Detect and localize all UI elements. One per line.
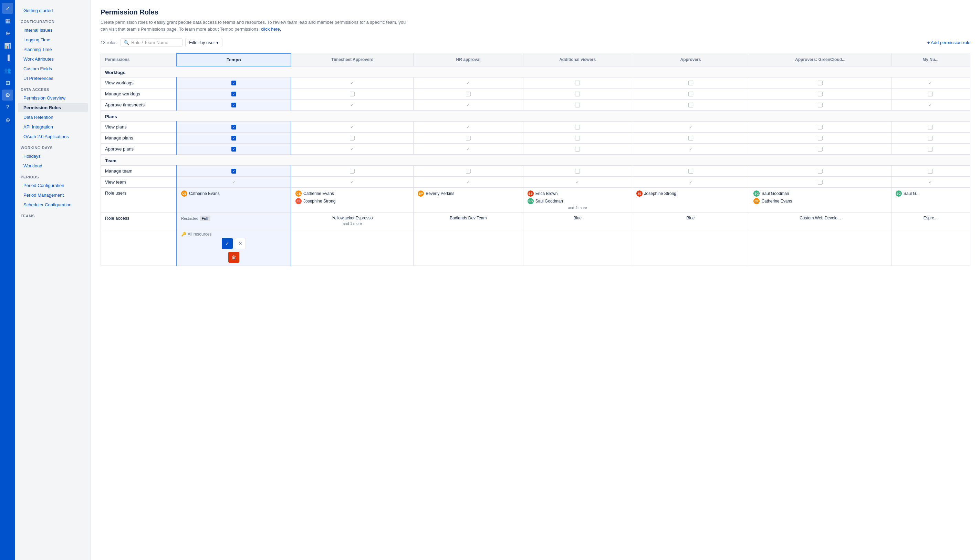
bar-chart-icon[interactable]: ▐: [2, 52, 13, 63]
tempo-view-team[interactable]: ✓: [176, 177, 291, 188]
col-timesheet-approvers[interactable]: Timesheet Approvers: [291, 53, 414, 66]
apps-icon[interactable]: ⊕: [2, 114, 13, 125]
tempo-manage-worklogs[interactable]: ✓: [176, 88, 291, 100]
col-hr-approval[interactable]: HR approval: [414, 53, 523, 66]
list-item: Espre...: [896, 216, 965, 220]
ap-manage-worklogs: [632, 88, 749, 100]
role-access-row: Role access Restricted Full Yellowjacket…: [101, 213, 970, 229]
col-tempo[interactable]: Tempo: [176, 53, 291, 66]
checkbox-checked-icon[interactable]: ✓: [231, 136, 236, 140]
ts-view-worklogs: ✓: [291, 77, 414, 88]
ts-approve-timesheets: ✓: [291, 100, 414, 110]
people-icon[interactable]: 👥: [2, 65, 13, 76]
checkbox-checked-icon[interactable]: ✓: [231, 147, 236, 152]
sidebar-item-logging-time[interactable]: Logging Time: [18, 35, 88, 45]
sidebar-item-workload[interactable]: Workload: [18, 161, 88, 170]
tempo-role-users[interactable]: CE Catherine Evans: [176, 188, 291, 213]
ts-view-plans: ✓: [291, 122, 414, 133]
search-input[interactable]: [131, 40, 180, 45]
ap-role-access: Blue: [632, 213, 749, 229]
add-permission-role-button[interactable]: + Add permission role: [927, 40, 970, 45]
checkbox-unchecked-icon: [688, 103, 693, 107]
col-my-nu[interactable]: My Nu...: [891, 53, 970, 66]
checkbox-unchecked-icon: [688, 136, 693, 140]
hr-role-users: BP Beverly Perkins: [414, 188, 523, 213]
tempo-view-plans[interactable]: ✓: [176, 122, 291, 133]
tempo-manage-team[interactable]: ✓: [176, 166, 291, 177]
tempo-manage-plans[interactable]: ✓: [176, 133, 291, 143]
tempo-approve-plans[interactable]: ✓: [176, 143, 291, 155]
delete-button[interactable]: 🗑: [228, 252, 239, 263]
perm-manage-team: Manage team: [101, 166, 176, 177]
table-row: Approve timesheets ✓ ✓ ✓ ✓: [101, 100, 970, 110]
checkbox-checked-icon[interactable]: ✓: [231, 169, 236, 173]
ts-manage-plans: [291, 133, 414, 143]
sidebar-item-scheduler-configuration[interactable]: Scheduler Configuration: [18, 200, 88, 209]
sidebar-item-ui-preferences[interactable]: UI Preferences: [18, 74, 88, 83]
compass-icon[interactable]: ⊕: [2, 28, 13, 38]
avatar: CE: [181, 190, 187, 197]
checkbox-checked-icon[interactable]: ✓: [231, 81, 236, 85]
logo-icon[interactable]: ✓: [2, 3, 13, 14]
role-resources-label: [101, 229, 176, 266]
mn-manage-plans: [891, 133, 970, 143]
tempo-role-resources: 🔑 All resources ✓ ✕ 🗑: [176, 229, 291, 266]
perm-view-worklogs: View worklogs: [101, 77, 176, 88]
role-users-label: Role users: [101, 188, 176, 213]
chevron-down-icon: ▾: [216, 40, 219, 45]
col-approvers-greencloud[interactable]: Approvers: GreenCloud...: [749, 53, 891, 66]
cancel-button[interactable]: ✕: [235, 238, 246, 249]
list-item: Blue: [636, 216, 745, 220]
and-more-link[interactable]: and 1 more: [343, 222, 362, 226]
tempo-approve-timesheets[interactable]: ✓: [176, 100, 291, 110]
filter-by-user-button[interactable]: Filter by user ▾: [185, 38, 223, 47]
checkbox-check-icon: ✓: [350, 81, 355, 85]
col-approvers[interactable]: Approvers: [632, 53, 749, 66]
help-icon[interactable]: ?: [2, 102, 13, 113]
mn-role-users: SG Saul G...: [891, 188, 970, 213]
sidebar-item-period-management[interactable]: Period Management: [18, 190, 88, 200]
page-desc-link[interactable]: click here.: [261, 27, 281, 32]
sidebar-item-getting-started[interactable]: Getting started: [18, 6, 88, 15]
gc-approve-timesheets: [749, 100, 891, 110]
sidebar-item-internal-issues[interactable]: Internal Issues: [18, 25, 88, 35]
all-resources-text: All resources: [188, 232, 211, 237]
checkbox-check-icon: ✓: [575, 180, 580, 185]
checkbox-checked-icon[interactable]: ✓: [231, 125, 236, 130]
col-additional-viewers[interactable]: Additional viewers: [523, 53, 632, 66]
calendar-icon[interactable]: ▦: [2, 15, 13, 26]
ap-view-worklogs: [632, 77, 749, 88]
gear-icon[interactable]: ⚙: [2, 90, 13, 100]
sidebar-item-api-integration[interactable]: API Integration: [18, 122, 88, 132]
ap-manage-plans: [632, 133, 749, 143]
ts-role-resources: [291, 229, 414, 266]
checkbox-checked-icon[interactable]: ✓: [231, 103, 236, 107]
sidebar-item-custom-fields[interactable]: Custom Fields: [18, 64, 88, 73]
checkbox-unchecked-icon: [818, 125, 823, 130]
nav-section-teams: TEAMS: [15, 210, 91, 219]
sidebar-item-work-attributes[interactable]: Work Attributes: [18, 54, 88, 64]
checkbox-checked-icon[interactable]: ✓: [231, 92, 236, 97]
sidebar-item-permission-roles[interactable]: Permission Roles: [18, 103, 88, 112]
checkbox-unchecked-icon: [688, 169, 693, 173]
ts-approve-plans: ✓: [291, 143, 414, 155]
table-row: Manage team ✓: [101, 166, 970, 177]
sidebar-item-oauth[interactable]: OAuth 2.0 Applications: [18, 132, 88, 141]
tempo-view-worklogs[interactable]: ✓: [176, 77, 291, 88]
sidebar-item-planning-time[interactable]: Planning Time: [18, 45, 88, 54]
grid-icon[interactable]: ⊞: [2, 77, 13, 88]
sidebar-item-permission-overview[interactable]: Permission Overview: [18, 93, 88, 103]
and-more-link[interactable]: and 4 more: [527, 206, 628, 210]
sidebar-item-holidays[interactable]: Holidays: [18, 152, 88, 161]
table-row: View worklogs ✓ ✓ ✓ ✓: [101, 77, 970, 88]
sidebar-item-data-retention[interactable]: Data Retention: [18, 113, 88, 122]
checkbox-unchecked-icon: [818, 180, 823, 185]
tempo-role-access[interactable]: Restricted Full: [176, 213, 291, 229]
nav-section-periods: PERIODS: [15, 171, 91, 180]
search-box[interactable]: 🔍: [120, 38, 183, 47]
checkbox-check-icon: ✓: [350, 125, 355, 130]
chart-icon[interactable]: 📊: [2, 40, 13, 51]
perm-manage-plans: Manage plans: [101, 133, 176, 143]
confirm-button[interactable]: ✓: [222, 238, 233, 249]
sidebar-item-period-configuration[interactable]: Period Configuration: [18, 181, 88, 190]
